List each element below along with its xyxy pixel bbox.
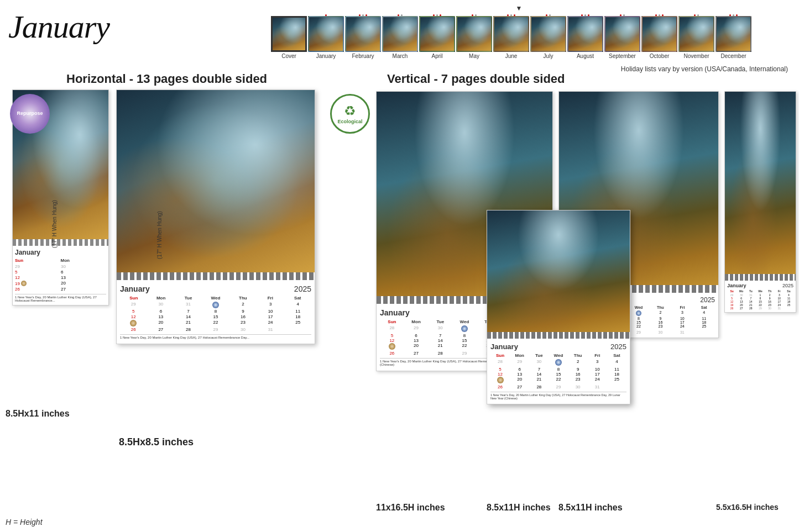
thumb-label-dec: December — [720, 53, 746, 59]
overlay-cal-image — [487, 210, 630, 332]
thumb-label-oct: October — [650, 53, 670, 59]
thumb-label-cover: Cover — [281, 53, 296, 59]
strip-arrow: ▼ — [516, 4, 523, 12]
ecological-badge: ♻ Ecological — [330, 94, 370, 134]
overlay-calendar: January 2025 Sun Mon Tue Wed Thu Fri Sat… — [487, 210, 630, 404]
thumb-label-nov: November — [683, 53, 709, 59]
repurpose-label: Repurpose — [17, 111, 43, 117]
thumb-img-apr — [419, 16, 455, 52]
small-cal-spiral — [13, 239, 108, 246]
thumb-img-may — [456, 16, 492, 52]
thumb-june[interactable]: June — [493, 13, 529, 59]
overlay-spiral — [487, 332, 630, 339]
thumb-march[interactable]: March — [382, 13, 418, 59]
month-thumbnails: Cover January February March April — [271, 13, 751, 59]
thumb-label-jan: January — [316, 53, 336, 59]
thumb-label-mar: March — [393, 53, 408, 59]
holiday-note: Holiday lists vary by version (USA/Canad… — [621, 65, 788, 73]
thumb-img-aug — [567, 16, 603, 52]
small-cal-dim-vertical: (17" H When Hung) — [51, 175, 58, 274]
overlay-footnote: 1 New Year's Day, 20 Martin Luther King … — [490, 392, 626, 400]
thumb-label-jun: June — [505, 53, 518, 59]
thumb-label-apr: April — [431, 53, 442, 59]
overlay-month: January — [490, 343, 518, 351]
small-cal-footnote: 1 New Year's Day, 20 Martin Luther King … — [15, 294, 106, 302]
h-equals-label: H = Height — [6, 518, 43, 526]
thumb-img-jun — [493, 16, 529, 52]
large-cal-year: 2025 — [294, 285, 311, 293]
thumb-img-jul — [530, 16, 566, 52]
large-vert-dim: 11x16.5H inches — [376, 503, 445, 513]
small-cal-grid: January Sun Mon 29 30 5 6 12 13 19 20 26… — [13, 246, 108, 305]
repurpose-badge: Repurpose — [10, 94, 50, 134]
large-cal-dim-bottom: 8.5Hx8.5 inches — [119, 436, 194, 448]
small-vert-calendar: January 2025 Su Mo Tu We Th Fr Sa 29 30 … — [724, 91, 796, 313]
small-cal-month: January — [15, 249, 106, 256]
thumb-img-cover — [271, 16, 307, 52]
thumb-img-mar — [382, 16, 418, 52]
overlay-dim: 8.5x11H inches — [487, 503, 551, 513]
thumb-april[interactable]: April — [419, 13, 455, 59]
ecological-label: Ecological — [337, 119, 362, 124]
large-cal-grid: January 2025 Sun Mon Tue Wed Thu Fri Sat… — [117, 280, 315, 344]
thumb-october[interactable]: October — [641, 13, 677, 59]
large-cal-spiral — [117, 272, 315, 280]
thumb-label-sep: September — [609, 53, 636, 59]
small-vert-cal-grid: January 2025 Su Mo Tu We Th Fr Sa 29 30 … — [725, 281, 796, 312]
thumb-may[interactable]: May — [456, 13, 492, 59]
thumbnail-strip: ▼ Cover January February March — [271, 4, 751, 59]
horizontal-heading: Horizontal - 13 pages double sided — [66, 72, 267, 86]
thumb-img-oct — [641, 16, 677, 52]
small-vert-spiral — [725, 274, 796, 281]
thumb-img-sep — [604, 16, 640, 52]
thumb-july[interactable]: July — [530, 13, 566, 59]
thumb-label-feb: February — [352, 53, 374, 59]
thumb-label-jul: July — [544, 53, 553, 59]
thumb-december[interactable]: December — [716, 13, 751, 59]
thumb-label-may: May — [469, 53, 479, 59]
large-horiz-cal-image — [117, 90, 315, 272]
thumb-label-aug: August — [577, 53, 594, 59]
small-vert-dim: 5.5x16.5H inches — [716, 503, 779, 512]
small-day-mon: Mon — [61, 258, 107, 263]
small-cal-dim-bottom: 8.5Hx11 inches — [6, 409, 70, 419]
thumb-img-feb — [345, 16, 381, 52]
vertical-heading: Vertical - 7 pages double sided — [387, 72, 565, 86]
thumb-img-nov — [678, 16, 714, 52]
small-vert-cal-image — [725, 92, 796, 274]
thumb-november[interactable]: November — [678, 13, 714, 59]
thumb-february[interactable]: February — [345, 13, 381, 59]
recycle-icon: ♻ — [344, 103, 356, 119]
lvc-month: January — [380, 308, 410, 317]
overlay-cal-grid: January 2025 Sun Mon Tue Wed Thu Fri Sat… — [487, 339, 630, 404]
thumb-cover[interactable]: Cover — [271, 16, 307, 59]
thumb-january[interactable]: January — [308, 13, 344, 59]
thumb-img-dec — [716, 16, 751, 52]
overlay-year: 2025 — [610, 343, 626, 351]
thumb-august[interactable]: August — [567, 13, 603, 59]
page-title: January — [8, 8, 109, 45]
large-cal-dim-vertical: (17" H When Hung) — [156, 186, 163, 285]
large-cal-footnote: 1 New Year's Day, 20 Martin Luther King … — [120, 334, 311, 339]
thumb-september[interactable]: September — [604, 13, 640, 59]
medium-vert-dim: 8.5x11H inches — [558, 503, 623, 513]
thumb-img-jan — [308, 16, 344, 52]
large-cal-month: January — [120, 285, 150, 293]
large-horiz-calendar: January 2025 Sun Mon Tue Wed Thu Fri Sat… — [116, 89, 315, 344]
